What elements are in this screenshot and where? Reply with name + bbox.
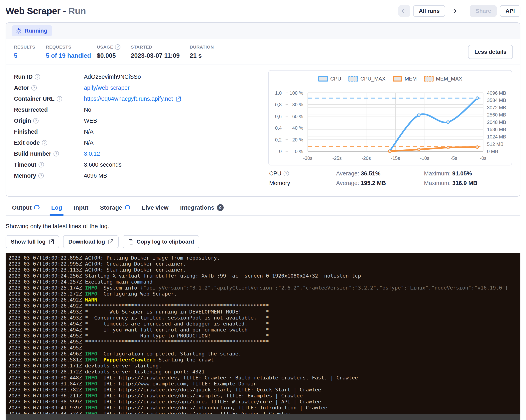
help-icon[interactable]: ? xyxy=(42,140,47,145)
legend-cpu[interactable]: CPU xyxy=(318,76,341,82)
log-segment: PuppeteerCrawler: xyxy=(103,357,156,363)
log-horizontal-scrollbar[interactable] xyxy=(6,414,520,420)
all-runs-button[interactable]: All runs xyxy=(413,5,445,17)
log-timestamp: 2023-03-07T10:09:26.494Z xyxy=(8,321,85,327)
log-console[interactable]: 2023-03-07T10:09:22.895Z ACTOR: Pulling … xyxy=(6,253,520,420)
detail-value[interactable]: 3.0.12 xyxy=(84,151,100,157)
detail-value: N/A xyxy=(84,128,93,135)
help-icon[interactable]: ? xyxy=(115,44,121,50)
help-icon[interactable]: ? xyxy=(57,96,62,102)
share-button[interactable]: Share xyxy=(470,5,497,17)
summary-maximum: Maximum: 91.05% xyxy=(424,170,512,177)
stat-label: RESULTS xyxy=(14,45,46,50)
external-link-icon xyxy=(108,239,113,245)
tab-label: Log xyxy=(51,204,62,211)
help-icon[interactable]: ? xyxy=(35,74,40,80)
log-segment: Starting X virtual framebuffer using: Xv… xyxy=(85,273,361,279)
tab-input[interactable]: Input xyxy=(74,204,88,215)
detail-value: 4096 MB xyxy=(84,173,107,179)
detail-row-finished: FinishedN/A xyxy=(14,126,263,137)
page-title: Web Scraper - Run xyxy=(6,6,86,16)
metrics-summary: CPU?Average: 36.51%Maximum: 91.05%Memory… xyxy=(268,170,512,186)
log-segment: * timeouts are increased and debugger is… xyxy=(85,321,269,327)
help-icon[interactable]: ? xyxy=(283,171,289,176)
legend-mem[interactable]: MEM xyxy=(393,76,417,82)
arrow-left-icon xyxy=(401,8,407,14)
detail-row-memory: Memory?4096 MB xyxy=(14,170,263,181)
detail-label: Timeout? xyxy=(14,162,84,168)
button-label: Download log xyxy=(68,239,105,245)
tab-live-view[interactable]: Live view xyxy=(142,204,168,215)
log-timestamp: 2023-03-07T10:09:33.782Z xyxy=(8,387,85,393)
svg-text:-20s: -20s xyxy=(362,155,371,161)
download-log-button[interactable]: Download log xyxy=(63,235,119,248)
log-segment: INFO xyxy=(85,399,97,405)
legend-label: MEM_MAX xyxy=(436,76,462,82)
log-timestamp: 2023-03-07T10:09:26.495Z xyxy=(8,333,85,339)
detail-label: Container URL? xyxy=(14,95,84,102)
show-full-log-button[interactable]: Show full log xyxy=(6,235,59,248)
tab-log[interactable]: Log xyxy=(51,204,62,215)
log-line: 2023-03-07T10:09:25.272Z INFO Configurin… xyxy=(8,291,520,297)
detail-value[interactable]: https://0q64wnacgyft.runs.apify.net xyxy=(84,95,181,102)
log-line: 2023-03-07T10:09:41.939Z INFO URL: https… xyxy=(8,405,520,411)
log-line: 2023-03-07T10:09:33.782Z INFO URL: https… xyxy=(8,387,520,393)
api-button[interactable]: API xyxy=(500,5,520,17)
help-icon[interactable]: ? xyxy=(31,85,37,91)
log-lines: 2023-03-07T10:09:22.895Z ACTOR: Pulling … xyxy=(8,255,520,417)
log-line: 2023-03-07T10:09:30.448Z INFO URL: https… xyxy=(8,375,520,381)
log-notice: Showing only the latest lines of the log… xyxy=(6,223,520,230)
stat-value[interactable]: 5 of 19 handled xyxy=(46,52,97,59)
log-timestamp: 2023-03-07T10:09:28.172Z xyxy=(8,369,85,375)
page: Web Scraper - Run All runs Share API xyxy=(0,0,526,420)
log-segment: ****************************************… xyxy=(85,303,269,309)
help-icon[interactable]: ? xyxy=(38,173,44,178)
svg-text:3072 MB: 3072 MB xyxy=(487,105,506,110)
previous-run-button[interactable] xyxy=(398,5,410,17)
svg-text:0: 0 xyxy=(279,149,282,154)
svg-text:0,2: 0,2 xyxy=(275,137,282,143)
log-timestamp: 2023-03-07T10:09:26.493Z xyxy=(8,309,85,315)
log-segment: * Run type to PRODUCTION! * xyxy=(85,333,269,339)
legend-mem-max[interactable]: MEM_MAX xyxy=(424,76,462,82)
log-line: 2023-03-07T10:09:26.496Z INFO Configurat… xyxy=(8,351,520,357)
next-run-button[interactable] xyxy=(448,5,460,17)
log-timestamp: 2023-03-07T10:09:26.496Z xyxy=(8,351,85,357)
log-line: 2023-03-07T10:09:28.171Z devtools-server… xyxy=(8,363,520,369)
help-icon[interactable]: ? xyxy=(33,118,39,123)
svg-text:512 MB: 512 MB xyxy=(487,142,504,147)
log-timestamp: 2023-03-07T10:09:24.256Z xyxy=(8,273,85,279)
svg-text:40 %: 40 % xyxy=(292,125,303,131)
svg-text:3584 MB: 3584 MB xyxy=(487,98,506,103)
tab-integrations[interactable]: Integrations0 xyxy=(180,204,224,215)
copy-log-to-clipboard-button[interactable]: Copy log to clipboard xyxy=(123,235,199,248)
log-segment: * If you want full control and performan… xyxy=(85,327,269,333)
svg-text:0,4: 0,4 xyxy=(275,125,282,131)
help-icon[interactable]: ? xyxy=(39,162,44,167)
log-line: 2023-03-07T10:09:22.895Z ACTOR: Pulling … xyxy=(8,255,520,261)
detail-label: Finished xyxy=(14,128,84,135)
svg-text:1536 MB: 1536 MB xyxy=(487,127,506,132)
tab-label: Storage xyxy=(100,204,122,211)
detail-row-build-number: Build number?3.0.12 xyxy=(14,148,263,159)
stat-value[interactable]: 5 xyxy=(14,52,46,59)
log-line: 2023-03-07T10:09:26.492Z WARN xyxy=(8,297,520,303)
button-label: Show full log xyxy=(11,239,46,245)
svg-text:-0s: -0s xyxy=(480,155,486,161)
legend-cpu-max[interactable]: CPU_MAX xyxy=(348,76,386,82)
stats-row: RESULTS5REQUESTS5 of 19 handledUSAGE?$0.… xyxy=(6,39,520,65)
svg-text:2560 MB: 2560 MB xyxy=(487,112,506,117)
detail-value: AdOz5evimh9NCiSSo xyxy=(84,73,141,80)
tab-storage[interactable]: Storage xyxy=(100,204,130,215)
log-segment: ACTOR: Pulling Docker image from reposit… xyxy=(85,255,220,261)
stat-requests: REQUESTS5 of 19 handled xyxy=(46,45,97,59)
tab-output[interactable]: Output xyxy=(12,204,40,215)
detail-value[interactable]: apify/web-scraper xyxy=(84,84,130,91)
less-details-button[interactable]: Less details xyxy=(468,45,513,59)
detail-label: Resurrected xyxy=(14,106,84,113)
log-segment: INFO xyxy=(85,405,97,411)
detail-value: N/A xyxy=(84,139,93,146)
summary-row-memory: MemoryAverage: 195.2 MBMaximum: 316.9 MB xyxy=(269,180,512,186)
tab-label: Integrations xyxy=(180,204,214,211)
help-icon[interactable]: ? xyxy=(53,151,59,156)
